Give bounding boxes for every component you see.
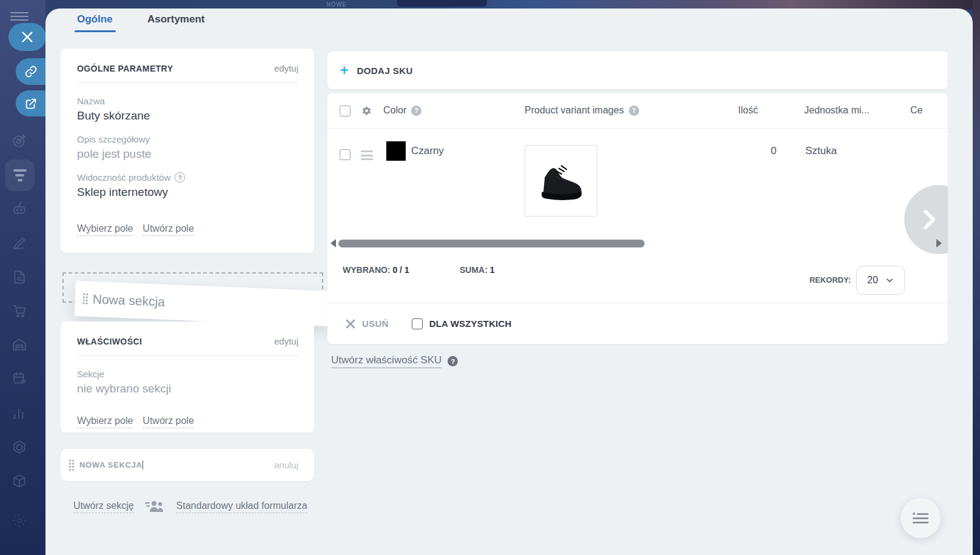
tab-assortment[interactable]: Asortyment — [147, 13, 204, 25]
cube-icon[interactable] — [12, 473, 27, 489]
document-edit-icon[interactable] — [12, 269, 27, 285]
divider — [77, 82, 298, 83]
users-icon — [145, 500, 166, 513]
sku-table: Color ? Product variant images ? Ilość J… — [327, 93, 948, 344]
cart-icon[interactable] — [12, 303, 27, 319]
shoe-image — [531, 151, 591, 210]
field-label: Sekcje — [77, 369, 171, 379]
bar-chart-icon[interactable] — [12, 405, 27, 421]
new-section-input-card[interactable]: NOWA SEKCJA anuluj — [61, 449, 314, 481]
edit-link[interactable]: edytuj — [274, 63, 298, 73]
column-header-qty[interactable]: Ilość — [738, 105, 758, 116]
product-variant-image[interactable] — [525, 145, 597, 217]
background-nowe-label: NOWE — [326, 1, 347, 8]
cancel-link[interactable]: anuluj — [274, 460, 298, 470]
link-icon — [24, 65, 38, 78]
open-external-button[interactable] — [16, 90, 46, 116]
horizontal-scrollbar — [327, 235, 948, 251]
scroll-right-arrow[interactable] — [936, 239, 942, 247]
select-field-link[interactable]: Wybierz pole — [77, 415, 133, 428]
selected-value: 0 / 1 — [392, 265, 409, 275]
table-actions: USUŃ DLA WSZYSTKICH — [327, 303, 948, 344]
target-icon[interactable] — [12, 133, 27, 149]
records-value: 20 — [867, 275, 878, 286]
menu-icon[interactable] — [10, 12, 29, 23]
list-icon — [913, 513, 928, 523]
column-header-images[interactable]: Product variant images — [525, 105, 624, 116]
external-link-icon — [24, 97, 38, 110]
sum-value: 1 — [490, 265, 495, 275]
select-field-link[interactable]: Wybierz pole — [77, 223, 133, 236]
row-color-name: Czarny — [411, 145, 444, 157]
table-header: Color ? Product variant images ? Ilość J… — [327, 93, 948, 129]
background-right-edge — [973, 0, 980, 555]
tab-general[interactable]: Ogólne — [77, 13, 113, 25]
field-label: Opis szczegółowy — [77, 134, 185, 144]
column-header-unit[interactable]: Jednostka mi... — [804, 105, 870, 116]
new-section-input[interactable]: NOWA SEKCJA — [79, 460, 143, 469]
field-value: Buty skórzane — [77, 109, 185, 123]
table-row: Czarny 0 Sztuka — [327, 129, 948, 235]
chevron-down-icon — [885, 276, 894, 284]
hscroll-thumb[interactable] — [338, 240, 645, 247]
standard-layout-link[interactable]: Standardowy układ formularza — [176, 500, 307, 513]
divider — [77, 355, 298, 356]
card-title: OGÓLNE PARAMETRY — [77, 64, 173, 73]
field-value: Sklep internetowy — [77, 186, 185, 199]
delete-button[interactable]: USUŃ — [362, 318, 389, 329]
records-per-page-select[interactable]: 20 — [856, 266, 905, 295]
help-icon[interactable]: ? — [411, 106, 421, 116]
add-sku-button[interactable]: + DODAJ SKU — [327, 52, 948, 89]
bot-icon[interactable] — [12, 201, 27, 217]
columns-gear-icon[interactable] — [361, 106, 372, 117]
properties-card: WŁAŚCIWOŚCI edytuj Sekcje nie wybrano se… — [61, 321, 314, 432]
field-value: pole jest puste — [77, 147, 185, 161]
for-all-checkbox[interactable] — [412, 318, 423, 329]
selected-label: WYBRANO: — [343, 265, 391, 275]
help-icon[interactable]: ? — [629, 106, 639, 116]
column-header-color[interactable]: Color — [383, 105, 406, 116]
dragged-card-label: Nowa sekcja — [92, 292, 165, 309]
field-value: nie wybrano sekcji — [77, 382, 171, 395]
background-button — [397, 0, 487, 7]
sidebar — [0, 0, 45, 555]
calendar-icon[interactable] — [12, 371, 27, 386]
filter-nav-item[interactable] — [5, 160, 35, 191]
warehouse-icon[interactable] — [12, 337, 27, 352]
general-parameters-card: OGÓLNE PARAMETRY edytuj Nazwa Buty skórz… — [61, 49, 314, 253]
chevron-right-icon — [916, 207, 941, 232]
drag-handle-icon — [82, 294, 88, 304]
close-button[interactable] — [8, 23, 46, 51]
card-title: WŁAŚCIWOŚCI — [77, 337, 142, 346]
column-header-price[interactable]: Ce — [910, 105, 922, 116]
for-all-label: DLA WSZYSTKICH — [429, 318, 512, 329]
create-sku-property-link[interactable]: Utwórz właściwość SKU — [331, 354, 441, 368]
edit-link[interactable]: edytuj — [274, 336, 298, 346]
delete-x-icon — [346, 319, 355, 329]
create-section-link[interactable]: Utwórz sekcję — [73, 500, 134, 513]
color-swatch — [386, 141, 406, 161]
table-footer: WYBRANO: 0 / 1 SUMA: 1 REKORDY: 20 — [327, 251, 948, 303]
create-field-link[interactable]: Utwórz pole — [143, 223, 193, 236]
row-unit: Sztuka — [805, 145, 837, 157]
filter-icon — [13, 167, 27, 184]
help-icon[interactable]: ? — [448, 356, 458, 366]
hexagon-icon[interactable] — [12, 439, 27, 455]
field-label: Widoczność produktów — [77, 172, 170, 183]
select-all-checkbox[interactable] — [340, 106, 351, 116]
scroll-left-arrow[interactable] — [331, 239, 336, 247]
sum-label: SUMA: — [460, 265, 488, 275]
help-icon[interactable]: ? — [175, 172, 185, 183]
add-sku-label: DODAJ SKU — [357, 66, 412, 76]
records-label: REKORDY: — [810, 275, 851, 284]
drag-handle-icon[interactable] — [69, 460, 74, 471]
settings-gear-icon[interactable] — [12, 513, 27, 528]
pencil-icon[interactable] — [12, 235, 27, 251]
row-drag-handle-icon[interactable] — [361, 150, 373, 163]
link-button[interactable] — [16, 58, 46, 85]
list-fab-button[interactable] — [901, 498, 941, 538]
create-field-link[interactable]: Utwórz pole — [143, 415, 193, 428]
tab-active-underline — [75, 30, 116, 32]
row-checkbox[interactable] — [340, 149, 351, 160]
product-modal: Ogólne Asortyment OGÓLNE PARAMETRY edytu… — [45, 8, 973, 555]
